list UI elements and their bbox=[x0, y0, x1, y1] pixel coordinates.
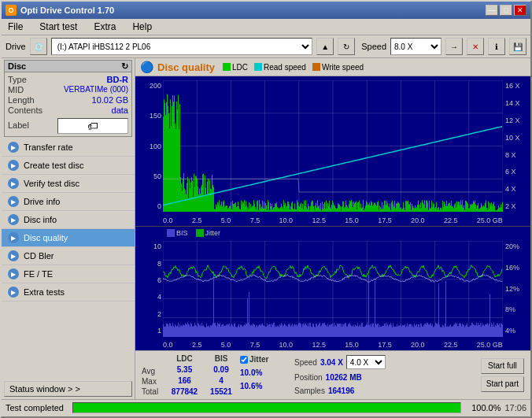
drive-bar: Drive 💿 (I:) ATAPI iHBS112 2 PL06 ▲ ↻ Sp… bbox=[2, 35, 530, 58]
menu-start-test[interactable]: Start test bbox=[37, 20, 79, 33]
yr-8x: 8 X bbox=[505, 151, 528, 159]
drive-icon-button[interactable]: 💿 bbox=[30, 38, 47, 55]
start-full-button[interactable]: Start full bbox=[481, 358, 524, 374]
stats-right-col: Speed 3.04 X 4.0 X Position 10262 MB Sam… bbox=[294, 353, 478, 397]
top-chart-canvas bbox=[163, 80, 503, 212]
top-y-axis-left: 200 150 100 50 0 bbox=[135, 80, 163, 212]
stats-bis-col: BIS 0.09 4 15521 bbox=[205, 353, 237, 397]
bis-legend-box bbox=[167, 229, 175, 237]
speed-ok-button[interactable]: → bbox=[445, 38, 463, 55]
ldc-total-val: 877842 bbox=[167, 387, 202, 396]
sidebar: Disc ↻ Type BD-R MID VERBATIMe (000) Len… bbox=[2, 58, 135, 399]
y-label-150: 150 bbox=[137, 112, 161, 120]
sidebar-item-transfer-rate[interactable]: ▶ Transfer rate bbox=[2, 139, 135, 157]
sidebar-item-extra-tests[interactable]: ▶ Extra tests bbox=[2, 283, 135, 301]
action-buttons: Start full Start part bbox=[481, 358, 524, 392]
bottom-y-axis-left: 10 8 6 4 2 1 bbox=[135, 241, 163, 336]
contents-value: data bbox=[112, 105, 128, 115]
time-display: 17:06 bbox=[504, 403, 526, 412]
sidebar-item-create-test-disc[interactable]: ▶ Create test disc bbox=[2, 157, 135, 175]
progress-text: 100.0% bbox=[465, 403, 501, 412]
sidebar-item-drive-info[interactable]: ▶ Drive info bbox=[2, 193, 135, 211]
speed-select[interactable]: 8.0 X bbox=[390, 38, 441, 55]
read-speed-legend-box bbox=[254, 63, 262, 71]
disc-panel-body: Type BD-R MID VERBATIMe (000) Length 10.… bbox=[5, 72, 131, 136]
sidebar-item-verify-test-disc[interactable]: ▶ Verify test disc bbox=[2, 175, 135, 193]
transfer-rate-icon: ▶ bbox=[8, 142, 19, 153]
yr-12x: 12 X bbox=[505, 117, 528, 124]
type-label: Type bbox=[8, 75, 27, 84]
yr-2x: 2 X bbox=[505, 202, 528, 210]
jitter-legend-box bbox=[196, 229, 204, 237]
type-value: BD-R bbox=[107, 75, 129, 84]
jitter-max-val: 10.6% bbox=[240, 382, 291, 390]
y-label-200: 200 bbox=[137, 82, 161, 90]
ldc-header: LDC bbox=[167, 354, 202, 363]
drive-info-icon: ▶ bbox=[8, 196, 19, 207]
start-part-button[interactable]: Start part bbox=[481, 376, 524, 392]
contents-label: Contents bbox=[8, 105, 42, 115]
disc-quality-title: Disc quality bbox=[157, 61, 215, 73]
bottom-x-axis: 0.0 2.5 5.0 7.5 10.0 12.5 15.0 17.5 20.0… bbox=[163, 341, 503, 349]
top-x-axis: 0.0 2.5 5.0 7.5 10.0 12.5 15.0 17.5 20.0… bbox=[163, 216, 503, 224]
speed-label: Speed bbox=[361, 42, 386, 51]
drive-select[interactable]: (I:) ATAPI iHBS112 2 PL06 bbox=[51, 38, 313, 55]
disc-refresh-icon[interactable]: ↻ bbox=[121, 61, 128, 72]
progress-bar bbox=[72, 402, 461, 413]
drive-label: Drive bbox=[6, 42, 26, 51]
bis-max-val: 4 bbox=[205, 376, 237, 385]
menu-help[interactable]: Help bbox=[130, 20, 154, 33]
length-value: 10.02 GB bbox=[92, 95, 128, 105]
charts-area: 200 150 100 50 0 16 X 14 X 12 X 10 X 8 X… bbox=[135, 76, 530, 350]
create-test-disc-icon: ▶ bbox=[8, 160, 19, 171]
main-content: Disc ↻ Type BD-R MID VERBATIMe (000) Len… bbox=[2, 58, 530, 399]
bis-avg-val: 0.09 bbox=[205, 365, 237, 374]
progress-bar-fill bbox=[73, 403, 460, 412]
bottom-chart-canvas bbox=[163, 241, 503, 337]
speed-stat-val: 3.04 X bbox=[320, 358, 343, 367]
right-panel: 🔵 Disc quality LDC Read speed Write spee… bbox=[135, 58, 530, 399]
bis-header: BIS bbox=[205, 354, 237, 363]
samples-val: 164196 bbox=[328, 387, 354, 395]
yr-4x: 4 X bbox=[505, 185, 528, 193]
info-button[interactable]: ℹ bbox=[488, 38, 505, 55]
stats-ldc-col: LDC 5.35 166 877842 bbox=[167, 353, 202, 397]
jitter-header: Jitter bbox=[249, 355, 268, 364]
disc-info-icon: ▶ bbox=[8, 214, 19, 225]
speed-select-stats[interactable]: 4.0 X bbox=[346, 355, 386, 369]
ldc-legend-label: LDC bbox=[232, 63, 248, 72]
length-label: Length bbox=[8, 95, 35, 105]
drive-refresh-button[interactable]: ↻ bbox=[338, 38, 355, 55]
maximize-button[interactable]: □ bbox=[500, 5, 512, 16]
label-area: 🏷 bbox=[57, 118, 128, 134]
bis-legend-label: BIS bbox=[176, 229, 188, 237]
minimize-button[interactable]: — bbox=[486, 5, 498, 16]
stats-jitter-col: Jitter 10.0% 10.6% bbox=[240, 353, 291, 397]
bottom-chart: BIS Jitter 10 8 6 4 2 1 bbox=[135, 226, 530, 350]
save-button[interactable]: 💾 bbox=[509, 38, 526, 55]
drive-eject-button[interactable]: ▲ bbox=[316, 38, 334, 55]
menu-bar: File Start test Extra Help bbox=[2, 19, 530, 35]
stats-row-labels: Avg Max Total bbox=[142, 353, 164, 397]
yr-14x: 14 X bbox=[505, 99, 528, 107]
sidebar-item-disc-info[interactable]: ▶ Disc info bbox=[2, 211, 135, 229]
app-window: O Opti Drive Control 1.70 — □ ✕ File Sta… bbox=[0, 0, 532, 418]
y-label-50: 50 bbox=[137, 172, 161, 180]
yr-16x: 16 X bbox=[505, 82, 528, 90]
menu-file[interactable]: File bbox=[6, 20, 25, 33]
menu-extra[interactable]: Extra bbox=[91, 20, 118, 33]
sidebar-item-disc-quality[interactable]: ▶ Disc quality bbox=[2, 229, 135, 247]
y-label-100: 100 bbox=[137, 142, 161, 150]
clear-button[interactable]: ✕ bbox=[467, 38, 484, 55]
verify-test-disc-icon: ▶ bbox=[8, 178, 19, 189]
app-icon: O bbox=[6, 5, 17, 16]
close-button[interactable]: ✕ bbox=[514, 5, 526, 16]
status-window-button[interactable]: Status window > > bbox=[4, 381, 132, 397]
jitter-checkbox[interactable] bbox=[240, 356, 248, 364]
ldc-legend-box bbox=[223, 63, 231, 71]
speed-stat-label: Speed bbox=[294, 358, 317, 367]
total-label: Total bbox=[142, 387, 164, 396]
sidebar-item-cd-bler[interactable]: ▶ CD Bler bbox=[2, 247, 135, 265]
jitter-legend-label: Jitter bbox=[205, 229, 221, 237]
sidebar-item-fe-te[interactable]: ▶ FE / TE bbox=[2, 265, 135, 283]
